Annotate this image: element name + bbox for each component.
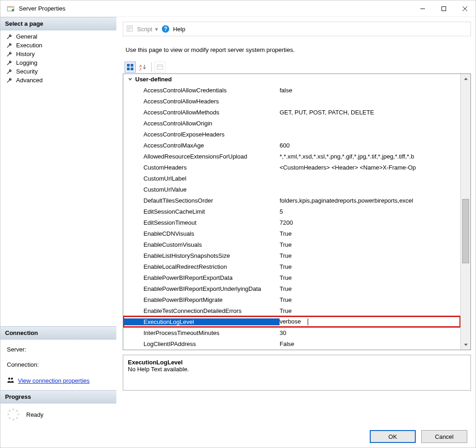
close-button[interactable] — [454, 0, 476, 17]
property-row[interactable]: EnableTestConnectionDetailedErrorsTrue — [123, 305, 460, 316]
svg-point-10 — [16, 410, 18, 412]
property-value[interactable]: True — [280, 252, 460, 259]
property-row[interactable]: EnableLocalRedirectRestrictionTrue — [123, 261, 460, 272]
property-row[interactable]: EnablePowerBIReportExportDataTrue — [123, 272, 460, 283]
property-value[interactable]: verbose — [280, 318, 460, 325]
page-item-logging[interactable]: Logging — [0, 58, 116, 67]
property-value[interactable]: folders,kpis,paginatedreports,powerbirep… — [280, 197, 460, 204]
property-name: AccessControlExposeHeaders — [123, 131, 280, 138]
svg-rect-21 — [127, 64, 130, 67]
property-row[interactable]: DefaultTilesSectionsOrderfolders,kpis,pa… — [123, 195, 460, 206]
property-row[interactable]: CustomUrlLabel — [123, 173, 460, 184]
property-row[interactable]: ExecutionLogLevelverbose — [123, 316, 460, 327]
page-item-execution[interactable]: Execution — [0, 41, 116, 50]
property-value[interactable]: 600 — [280, 142, 460, 149]
property-value[interactable]: *,*.xml,*.xsd,*.xsl,*.png,*.gif,*.jpg,*.… — [280, 153, 460, 160]
svg-rect-24 — [131, 68, 133, 70]
property-value[interactable]: <CustomHeaders> <Header> <Name>X-Frame-O… — [280, 164, 460, 171]
page-item-general[interactable]: General — [0, 32, 116, 41]
group-header[interactable]: User-defined — [123, 74, 460, 85]
page-item-advanced[interactable]: Advanced — [0, 76, 116, 85]
cancel-button[interactable]: Cancel — [421, 430, 467, 443]
categorized-button[interactable] — [125, 62, 136, 73]
property-value[interactable]: false — [280, 87, 460, 94]
scrollbar[interactable] — [460, 74, 470, 350]
page-item-security[interactable]: Security — [0, 67, 116, 76]
svg-rect-4 — [442, 6, 446, 11]
grid-toolbar: AZ — [123, 61, 471, 74]
alphabetical-button[interactable]: AZ — [138, 62, 149, 73]
script-button[interactable]: Script ▾ — [137, 26, 158, 33]
svg-point-15 — [7, 414, 9, 415]
property-value[interactable]: True — [280, 230, 460, 237]
property-name: InterProcessTimeoutMinutes — [123, 329, 280, 336]
property-row[interactable]: EnableCustomVisualsTrue — [123, 239, 460, 250]
nav-pane: Select a page GeneralExecutionHistoryLog… — [0, 17, 118, 425]
property-row[interactable]: InterProcessTimeoutMinutes30 — [123, 327, 460, 338]
property-value[interactable]: GET, PUT, POST, PATCH, DELETE — [280, 109, 460, 116]
property-row[interactable]: EditSessionTimeout7200 — [123, 217, 460, 228]
svg-point-2 — [12, 9, 14, 11]
scroll-thumb[interactable] — [462, 199, 469, 263]
property-row[interactable]: LogClientIPAddressFalse — [123, 338, 460, 349]
minimize-button[interactable] — [412, 0, 433, 17]
wrench-icon — [6, 77, 12, 84]
scroll-up-icon[interactable] — [461, 74, 470, 84]
page-label: Security — [16, 68, 38, 75]
page-label: Advanced — [16, 77, 43, 84]
property-row[interactable]: AccessControlAllowHeaders — [123, 96, 460, 107]
group-name: User-defined — [135, 76, 172, 83]
view-connection-properties-link[interactable]: View connection properties — [18, 377, 90, 384]
titlebar: Server Properties — [0, 0, 476, 17]
property-value[interactable]: True — [280, 274, 460, 281]
property-grid[interactable]: User-definedAccessControlAllowCredential… — [123, 74, 471, 350]
property-name: EnablePowerBIReportMigrate — [123, 296, 280, 303]
property-value[interactable]: True — [280, 307, 460, 314]
property-value[interactable]: True — [280, 296, 460, 303]
property-row[interactable]: AccessControlAllowOrigin — [123, 118, 460, 129]
property-value[interactable]: True — [280, 241, 460, 248]
connection-header: Connection — [0, 326, 116, 340]
property-row[interactable]: EditSessionCacheLimit5 — [123, 206, 460, 217]
property-name: CustomHeaders — [123, 164, 280, 171]
property-row[interactable]: AllowedResourceExtensionsForUpload*,*.xm… — [123, 151, 460, 162]
property-name: AccessControlAllowMethods — [123, 109, 280, 116]
svg-point-7 — [8, 378, 11, 380]
property-row[interactable]: EnablePowerBIReportExportUnderlyingDataT… — [123, 283, 460, 294]
property-value[interactable]: False — [280, 340, 460, 347]
property-row[interactable]: AccessControlExposeHeaders — [123, 129, 460, 140]
property-row[interactable]: AccessControlAllowMethodsGET, PUT, POST,… — [123, 107, 460, 118]
svg-point-8 — [11, 378, 13, 380]
spinner-icon — [7, 408, 20, 421]
page-label: Execution — [16, 42, 42, 49]
help-button[interactable]: Help — [173, 26, 185, 33]
property-row[interactable]: EnableListHistorySnapshotsSizeTrue — [123, 250, 460, 261]
property-row[interactable]: AccessControlAllowCredentialsfalse — [123, 85, 460, 96]
property-name: LogClientIPAddress — [123, 340, 280, 347]
description-pane: ExecutionLogLevel No Help Text available… — [123, 355, 471, 391]
progress-body: Ready — [0, 403, 116, 425]
property-value[interactable]: 5 — [280, 208, 460, 215]
property-name: AccessControlAllowCredentials — [123, 87, 280, 94]
wrench-icon — [6, 51, 12, 57]
script-icon — [126, 25, 133, 34]
property-value[interactable]: True — [280, 263, 460, 270]
property-row[interactable]: EnableCDNVisualsTrue — [123, 228, 460, 239]
wrench-icon — [6, 34, 12, 40]
svg-rect-23 — [127, 68, 130, 70]
window-title: Server Properties — [19, 5, 65, 12]
description-text: No Help Text available. — [128, 366, 466, 373]
property-row[interactable]: CustomUrlValue — [123, 184, 460, 195]
maximize-button[interactable] — [433, 0, 454, 17]
ok-button[interactable]: OK — [370, 430, 416, 443]
property-row[interactable]: EnablePowerBIReportMigrateTrue — [123, 294, 460, 305]
property-value[interactable]: True — [280, 285, 460, 292]
property-value[interactable]: 30 — [280, 329, 460, 336]
property-row[interactable]: CustomHeaders<CustomHeaders> <Header> <N… — [123, 162, 460, 173]
scroll-down-icon[interactable] — [461, 340, 470, 350]
page-item-history[interactable]: History — [0, 50, 116, 58]
property-value[interactable]: 7200 — [280, 219, 460, 226]
property-name: EnablePowerBIReportExportData — [123, 274, 280, 281]
property-row[interactable]: AccessControlMaxAge600 — [123, 140, 460, 151]
property-name: ExecutionLogLevel — [123, 318, 280, 325]
